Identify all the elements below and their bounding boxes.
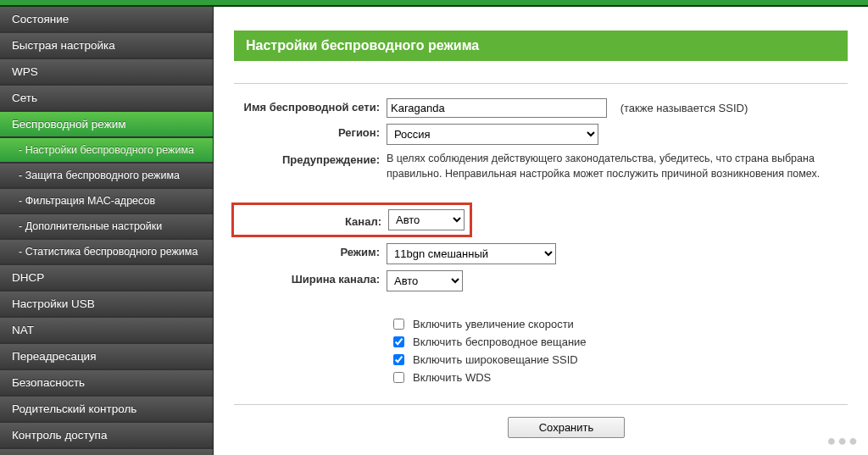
channel-select[interactable]: Авто (388, 209, 465, 230)
warning-text: В целях соблюдения действующего законода… (387, 151, 848, 181)
sidebar-item-1[interactable]: Быстрая настройка (0, 33, 213, 59)
sidebar-item-11[interactable]: Настройки USB (0, 291, 213, 318)
sidebar-item-10[interactable]: DHCP (0, 265, 213, 291)
wireless-settings-form: Имя беспроводной сети: (также называется… (234, 83, 848, 405)
sidebar-item-2[interactable]: WPS (0, 59, 213, 86)
sidebar-item-16[interactable]: Контроль доступа (0, 423, 213, 449)
page-title: Настройки беспроводного режима (234, 31, 848, 61)
sidebar-item-13[interactable]: Переадресация (0, 344, 213, 370)
region-label: Регион: (234, 124, 387, 139)
main-content: Настройки беспроводного режима Имя беспр… (214, 7, 868, 455)
channel-row-highlight: Канал: Авто (231, 203, 472, 237)
ssid-hint: (также называется SSID) (620, 102, 748, 114)
mode-label: Режим: (234, 243, 387, 258)
width-select[interactable]: Авто (387, 270, 463, 291)
save-button[interactable]: Сохранить (508, 417, 626, 438)
width-label: Ширина канала: (234, 270, 387, 286)
sidebar-item-14[interactable]: Безопасность (0, 370, 213, 397)
sidebar-item-4[interactable]: Беспроводной режим (0, 112, 213, 138)
channel-label: Канал: (234, 213, 388, 228)
decorative-dots: ●●● (826, 432, 860, 450)
mode-select[interactable]: 11bgn смешанный (387, 243, 556, 264)
enable-radio-checkbox[interactable] (393, 336, 404, 347)
enable-wds-label: Включить WDS (413, 371, 491, 384)
ssid-label: Имя беспроводной сети: (234, 98, 387, 114)
enable-radio-label: Включить беспроводное вещание (413, 336, 587, 348)
enable-ssid-broadcast-label: Включить широковещание SSID (413, 353, 578, 366)
region-select[interactable]: Россия (387, 124, 598, 145)
sidebar-item-6[interactable]: Защита беспроводного режима (0, 164, 213, 189)
ssid-input[interactable] (387, 98, 607, 118)
sidebar-item-5[interactable]: Настройки беспроводного режима (0, 138, 213, 164)
sidebar-item-15[interactable]: Родительский контроль (0, 397, 213, 423)
warning-label: Предупреждение: (234, 151, 387, 166)
enable-wds-checkbox[interactable] (393, 372, 404, 383)
sidebar-item-17[interactable]: Настройки маршрутизации (0, 449, 213, 455)
enable-ssid-broadcast-checkbox[interactable] (393, 354, 404, 365)
sidebar-item-9[interactable]: Статистика беспроводного режима (0, 240, 213, 265)
speed-boost-checkbox[interactable] (393, 319, 404, 330)
sidebar-item-3[interactable]: Сеть (0, 86, 213, 112)
sidebar-item-7[interactable]: Фильтрация MAC-адресов (0, 189, 213, 214)
sidebar-item-0[interactable]: Состояние (0, 7, 213, 33)
sidebar-nav: СостояниеБыстрая настройкаWPSСетьБеспров… (0, 7, 214, 455)
speed-boost-label: Включить увеличение скорости (413, 318, 574, 330)
sidebar-item-12[interactable]: NAT (0, 318, 213, 344)
sidebar-item-8[interactable]: Дополнительные настройки (0, 214, 213, 240)
